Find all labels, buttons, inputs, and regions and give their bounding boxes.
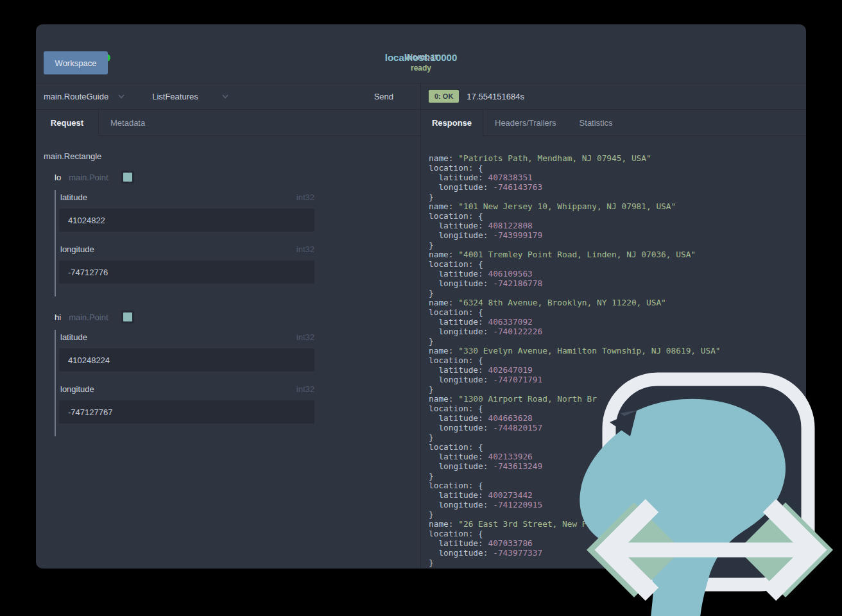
response-line: latitude: 406109563 (429, 269, 798, 278)
response-line: name: "Patriots Path, Mendham, NJ 07945,… (429, 153, 798, 163)
connection-status: ready (36, 63, 806, 74)
service-select[interactable]: main.RouteGuide (44, 92, 125, 101)
message-type-label: main.Rectangle (44, 151, 413, 162)
longitude-field: longitude int32 (59, 384, 314, 435)
response-line: name: "6324 8th Avenue, Brooklyn, NY 112… (429, 298, 798, 307)
field-type: int32 (296, 244, 314, 254)
response-line: longitude: -746143763 (429, 182, 798, 192)
titlebar: Wombat Workspace localhost:10000 ready (36, 24, 806, 83)
tab-statistics[interactable]: Statistics (568, 110, 624, 136)
response-line: } (429, 336, 798, 346)
field-group-lo: lo main.Point latitude int32 (55, 171, 413, 296)
chevron-down-icon (221, 92, 229, 100)
send-button[interactable]: Send (374, 92, 393, 101)
group-type: main.Point (69, 173, 108, 182)
call-duration: 17.554151684s (467, 92, 524, 101)
request-panel: main.RouteGuide ListFeatures Send Reques… (36, 83, 421, 568)
group-name: lo (55, 173, 61, 182)
field-type: int32 (296, 332, 314, 342)
group-type: main.Point (69, 312, 108, 322)
method-select[interactable]: ListFeatures (152, 92, 229, 101)
point-enabled-checkbox[interactable] (121, 171, 134, 184)
response-line: location: { (429, 355, 798, 365)
latitude-field: latitude int32 (59, 332, 314, 383)
response-line: latitude: 408122808 (429, 221, 798, 230)
group-name: hi (55, 312, 61, 322)
latitude-input[interactable] (59, 348, 314, 372)
response-line: latitude: 406337092 (429, 317, 798, 327)
method-select-label: ListFeatures (152, 92, 198, 101)
response-tab-bar: Response Headers/Trailers Statistics (421, 110, 806, 136)
response-line: location: { (429, 163, 798, 173)
tab-request[interactable]: Request (36, 110, 99, 136)
response-line: location: { (429, 307, 798, 317)
latitude-input[interactable] (59, 209, 314, 232)
latitude-field: latitude int32 (59, 193, 314, 243)
response-line: name: "330 Evelyn Avenue, Hamilton Towns… (429, 346, 798, 355)
field-type: int32 (296, 384, 314, 394)
longitude-input[interactable] (59, 261, 314, 284)
response-line: longitude: -743999179 (429, 230, 798, 240)
request-tab-bar: Request Metadata (36, 110, 420, 136)
server-info: localhost:10000 ready (36, 52, 806, 74)
wombat-logo-overlay (578, 371, 842, 616)
request-form: main.Rectangle lo main.Point latitude in… (36, 136, 420, 568)
field-label: longitude (60, 244, 94, 254)
longitude-input[interactable] (59, 400, 314, 424)
field-group-hi: hi main.Point latitude int32 (55, 311, 413, 436)
call-toolbar: main.RouteGuide ListFeatures Send (36, 83, 420, 110)
field-type: int32 (296, 193, 314, 202)
server-address: localhost:10000 (36, 52, 806, 63)
response-line: } (429, 288, 798, 298)
longitude-field: longitude int32 (59, 244, 314, 295)
response-line: location: { (429, 259, 798, 269)
field-label: latitude (60, 332, 87, 342)
call-statusbar: 0: OK 17.554151684s (421, 83, 806, 110)
chevron-down-icon (117, 92, 125, 100)
response-line: longitude: -740122226 (429, 327, 798, 336)
response-line: name: "4001 Tremley Point Road, Linden, … (429, 250, 798, 259)
status-badge: 0: OK (429, 90, 459, 103)
response-line: } (429, 192, 798, 201)
response-line: longitude: -742186778 (429, 278, 798, 288)
tab-response[interactable]: Response (421, 110, 483, 136)
response-line: name: "101 New Jersey 10, Whippany, NJ 0… (429, 201, 798, 211)
service-select-label: main.RouteGuide (44, 92, 108, 101)
point-enabled-checkbox[interactable] (121, 311, 134, 323)
tab-metadata[interactable]: Metadata (99, 110, 157, 136)
response-line: location: { (429, 211, 798, 221)
field-label: latitude (60, 193, 87, 202)
field-label: longitude (60, 384, 94, 394)
response-line: } (429, 240, 798, 250)
tab-headers-trailers[interactable]: Headers/Trailers (483, 110, 568, 136)
response-line: latitude: 407838351 (429, 173, 798, 182)
